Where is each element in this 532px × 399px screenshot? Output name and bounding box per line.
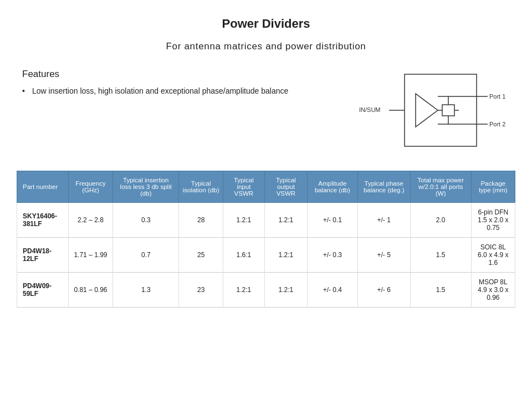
table-cell: 28 bbox=[179, 203, 223, 238]
table-cell: 2.0 bbox=[410, 203, 471, 238]
features-label: Features bbox=[22, 69, 332, 80]
feature-item: Low insertion loss, high isolation and e… bbox=[22, 85, 332, 97]
table-cell: 0.3 bbox=[113, 203, 179, 238]
table-cell: +/- 6 bbox=[357, 273, 410, 308]
col-amplitude-balance: Amplitude balance (db) bbox=[308, 171, 358, 203]
table-cell: 1.3 bbox=[113, 273, 179, 308]
features-section: Features Low insertion loss, high isolat… bbox=[17, 69, 515, 154]
table-cell: SOIC 8L6.0 x 4.9 x 1.6 bbox=[471, 238, 515, 273]
svg-text:Port 2: Port 2 bbox=[489, 121, 505, 127]
table-cell: 1.6:1 bbox=[223, 238, 265, 273]
page-title: Power Dividers bbox=[17, 17, 515, 31]
svg-marker-3 bbox=[416, 94, 438, 127]
table-cell: 25 bbox=[179, 238, 223, 273]
table-header-row: Part number Frequency (GHz) Typical inse… bbox=[17, 171, 515, 203]
table-cell: 1.71 – 1.99 bbox=[68, 238, 113, 273]
col-package-type: Package type (mm) bbox=[471, 171, 515, 203]
table-cell: 1.2:1 bbox=[264, 203, 307, 238]
col-phase-balance: Typical phase balance (deg.) bbox=[357, 171, 410, 203]
col-part-number: Part number bbox=[17, 171, 69, 203]
table-row: SKY16406-381LF2.2 – 2.80.3281.2:11.2:1+/… bbox=[17, 203, 515, 238]
table-cell: 0.7 bbox=[113, 238, 179, 273]
table-row: PD4W18-12LF1.71 – 1.990.7251.6:11.2:1+/-… bbox=[17, 238, 515, 273]
table-cell: 1.2:1 bbox=[264, 238, 307, 273]
table-cell: PD4W09-59LF bbox=[17, 273, 69, 308]
table-cell: +/- 1 bbox=[357, 203, 410, 238]
table-cell: +/- 0.3 bbox=[308, 238, 358, 273]
table-cell: 0.81 – 0.96 bbox=[68, 273, 113, 308]
table-cell: 1.5 bbox=[410, 238, 471, 273]
svg-text:Port 1: Port 1 bbox=[489, 93, 505, 100]
table-cell: 6-pin DFN1.5 x 2.0 x 0.75 bbox=[471, 203, 515, 238]
table-cell: 1.2:1 bbox=[264, 273, 307, 308]
specs-table: Part number Frequency (GHz) Typical inse… bbox=[17, 171, 515, 308]
circuit-diagram: IN/SUM Port 1 Port 2 bbox=[355, 69, 510, 154]
table-cell: 2.2 – 2.8 bbox=[68, 203, 113, 238]
svg-text:IN/SUM: IN/SUM bbox=[359, 106, 381, 113]
table-container: Part number Frequency (GHz) Typical inse… bbox=[17, 171, 515, 308]
col-frequency: Frequency (GHz) bbox=[68, 171, 113, 203]
svg-rect-5 bbox=[442, 105, 454, 116]
col-input-vswr: Typical input VSWR bbox=[223, 171, 265, 203]
table-cell: +/- 0.1 bbox=[308, 203, 358, 238]
table-cell: MSOP 8L4.9 x 3.0 x 0.96 bbox=[471, 273, 515, 308]
table-row: PD4W09-59LF0.81 – 0.961.3231.2:11.2:1+/-… bbox=[17, 273, 515, 308]
page-subtitle: For antenna matrices and power distribut… bbox=[17, 41, 515, 52]
col-output-vswr: Typical output VSWR bbox=[264, 171, 307, 203]
table-cell: 23 bbox=[179, 273, 223, 308]
col-max-power: Total max power w/2.0:1 all ports (W) bbox=[410, 171, 471, 203]
table-cell: 1.5 bbox=[410, 273, 471, 308]
features-list: Low insertion loss, high isolation and e… bbox=[22, 85, 332, 97]
table-cell: PD4W18-12LF bbox=[17, 238, 69, 273]
table-cell: +/- 5 bbox=[357, 238, 410, 273]
col-isolation: Typical isolation (db) bbox=[179, 171, 223, 203]
table-cell: +/- 0.4 bbox=[308, 273, 358, 308]
table-cell: SKY16406-381LF bbox=[17, 203, 69, 238]
col-insertion-loss: Typical insertion loss less 3 db split (… bbox=[113, 171, 179, 203]
table-cell: 1.2:1 bbox=[223, 203, 265, 238]
features-text: Features Low insertion loss, high isolat… bbox=[22, 69, 332, 97]
table-cell: 1.2:1 bbox=[223, 273, 265, 308]
